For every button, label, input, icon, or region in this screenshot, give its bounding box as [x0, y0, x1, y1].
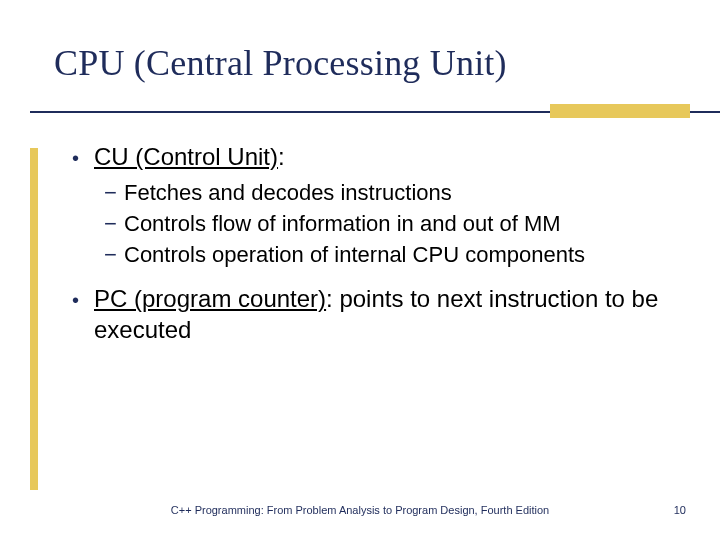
bullet-text: Controls flow of information in and out …: [124, 210, 664, 238]
bullet-lead: CU (Control Unit): [94, 143, 278, 170]
slide-title: CPU (Central Processing Unit): [54, 44, 688, 84]
bullet-level1: • PC (program counter): points to next i…: [72, 284, 664, 345]
title-rule: [30, 104, 720, 120]
bullet-lead: PC (program counter): [94, 285, 326, 312]
bullet-text: PC (program counter): points to next ins…: [94, 284, 664, 345]
bullet-dash-icon: −: [104, 179, 124, 207]
bullet-level2: − Fetches and decodes instructions: [104, 179, 664, 207]
bullet-text: CU (Control Unit):: [94, 142, 664, 173]
bullet-text: Fetches and decodes instructions: [124, 179, 664, 207]
content-area: • CU (Control Unit): − Fetches and decod…: [72, 142, 664, 352]
slide: CPU (Central Processing Unit) • CU (Cont…: [0, 0, 720, 540]
bullet-dash-icon: −: [104, 241, 124, 269]
title-block: CPU (Central Processing Unit): [54, 44, 688, 84]
left-accent-bar: [30, 148, 38, 490]
bullet-level2: − Controls flow of information in and ou…: [104, 210, 664, 238]
bullet-level1: • CU (Control Unit):: [72, 142, 664, 173]
spacer: [72, 272, 664, 284]
bullet-text: Controls operation of internal CPU compo…: [124, 241, 664, 269]
bullet-level2: − Controls operation of internal CPU com…: [104, 241, 664, 269]
rule-accent: [550, 104, 690, 118]
bullet-tail: :: [278, 143, 285, 170]
bullet-dash-icon: −: [104, 210, 124, 238]
bullet-dot-icon: •: [72, 142, 94, 172]
page-number: 10: [674, 504, 686, 516]
footer-text: C++ Programming: From Problem Analysis t…: [0, 504, 720, 516]
bullet-dot-icon: •: [72, 284, 94, 314]
